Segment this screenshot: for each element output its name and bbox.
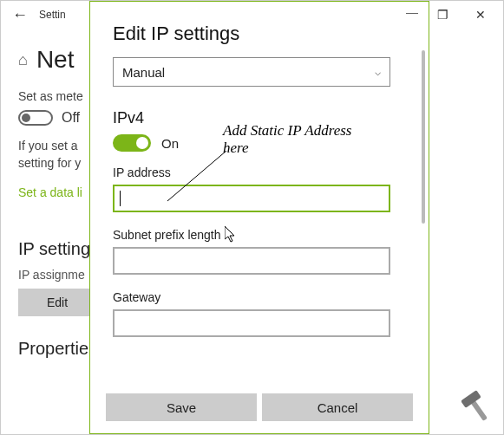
subnet-input[interactable] [113,247,390,275]
bg-window-controls: ❐ ✕ [423,1,500,29]
edit-button[interactable]: Edit [18,289,96,316]
ip-address-input[interactable] [113,185,390,212]
metered-toggle[interactable] [18,110,53,126]
ipv4-heading: IPv4 [113,109,406,127]
gateway-input[interactable] [113,309,390,337]
metered-state: Off [62,110,80,126]
hammer-watermark-icon [456,387,500,431]
page-title: Net [36,46,75,74]
chevron-down-icon: ⌵ [375,66,381,78]
dlg-titlebar: — [90,2,429,23]
save-button[interactable]: Save [106,393,257,421]
ipv4-state: On [161,136,179,151]
ipv4-toggle-row: On [113,134,406,152]
bg-window-title: Settin [39,9,66,21]
subnet-label: Subnet prefix length [113,228,406,242]
home-icon: ⌂ [18,51,28,69]
minimize-button[interactable]: — [401,5,423,19]
dialog-title: Edit IP settings [113,23,406,45]
cancel-button[interactable]: Cancel [262,393,413,421]
edit-ip-dialog: — Edit IP settings Manual ⌵ IPv4 On IP a… [89,1,429,434]
close-button[interactable]: ✕ [461,1,500,29]
scrollbar[interactable] [422,50,425,224]
data-limit-link[interactable]: Set a data li [18,185,82,199]
dlg-footer: Save Cancel [90,393,429,433]
gateway-label: Gateway [113,290,406,304]
back-button[interactable]: ← [4,1,36,29]
dlg-content: Edit IP settings Manual ⌵ IPv4 On IP add… [90,23,429,393]
ipv4-toggle[interactable] [113,134,151,152]
ip-mode-select[interactable]: Manual ⌵ [113,57,390,87]
text-caret [120,191,121,206]
ip-mode-value: Manual [122,65,165,80]
ip-address-label: IP address [113,166,406,179]
